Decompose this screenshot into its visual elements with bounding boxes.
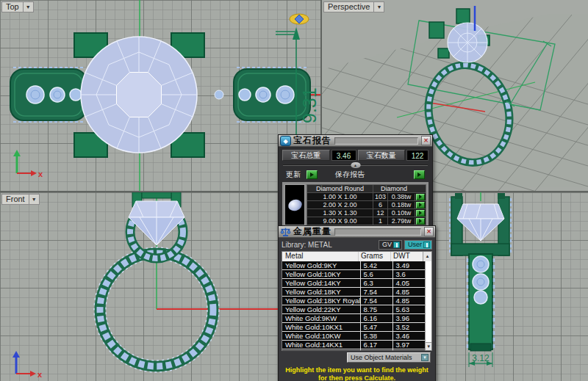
diamond-image: [287, 197, 304, 212]
viewport-menu-arrow-icon[interactable]: ▼: [374, 1, 384, 12]
metal-row[interactable]: Yellow Gold:14KY6.34.05: [282, 279, 425, 288]
titlebar-inset: [334, 137, 418, 145]
metal-table-header: Metal Grams DWT ▲: [282, 252, 431, 261]
play-icon: [419, 219, 422, 223]
metal-row[interactable]: Yellow Gold:10KY5.63.6: [282, 270, 425, 279]
library-row: Library: METAL GV User: [279, 238, 435, 251]
scroll-up-icon[interactable]: ▲: [423, 252, 431, 261]
viewport-title-top[interactable]: Top: [1, 1, 24, 12]
play-icon: [310, 173, 314, 177]
user-button[interactable]: User: [404, 240, 432, 250]
col-header-size: Diamond Round: [307, 185, 373, 192]
viewport-title-perspective[interactable]: Perspective: [323, 1, 374, 12]
gem-row[interactable]: 1.00 X 1.00 103 0.38tw: [307, 192, 426, 200]
gv-button[interactable]: GV: [379, 240, 402, 250]
ring-model-perspective[interactable]: [418, 6, 519, 171]
metal-row[interactable]: White Gold:10KX15.473.52: [282, 323, 425, 332]
metal-row-clipped[interactable]: [282, 349, 425, 350]
gem-row[interactable]: 1.30 X 1.30 12 0.10tw: [307, 208, 426, 217]
gem-report-titlebar[interactable]: ◆ 宝石报告 ✕: [279, 135, 432, 147]
row-action-button[interactable]: [416, 194, 425, 200]
gem-report-title: 宝石报告: [293, 134, 331, 147]
total-weight-value: 3.46: [331, 150, 356, 161]
gem-row[interactable]: 9.00 X 9.00 1 2.79tw: [307, 217, 426, 225]
collapse-handle[interactable]: ▲: [283, 162, 428, 168]
gem-count-value: 122: [406, 150, 429, 161]
update-button[interactable]: [306, 170, 318, 179]
play-icon: [417, 173, 421, 177]
scroll-down-icon[interactable]: ▼: [426, 342, 431, 350]
metal-weight-titlebar[interactable]: 金属重量 ✕: [279, 226, 435, 238]
gem-table-header: Diamond Round Diamond: [307, 185, 426, 192]
scrollbar[interactable]: ▼: [425, 261, 431, 350]
dimension-annotation-perspective[interactable]: [506, 41, 551, 106]
gumball-gem-icon[interactable]: [290, 14, 309, 24]
metal-rows: Yellow Gold:9KY5.423.49 Yellow Gold:10KY…: [282, 261, 425, 350]
col-header-dwt: DWT: [390, 252, 423, 261]
row-action-button[interactable]: [416, 202, 425, 208]
cplane-axis-icon: x: [13, 150, 43, 178]
gem-report-dialog: ◆ 宝石报告 ✕ 宝石总重 3.46 宝石数量 122 ▲ 更新 保存报告 Di…: [278, 134, 433, 228]
indicator-icon: [393, 242, 400, 248]
viewport-menu-arrow-icon[interactable]: ▼: [24, 1, 34, 12]
total-weight-label-button[interactable]: 宝石总重: [282, 150, 330, 161]
metal-row[interactable]: Yellow Gold:9KY5.423.49: [282, 261, 425, 270]
metal-weight-title: 金属重量: [293, 225, 331, 238]
update-label: 更新: [286, 170, 301, 180]
viewport-menu-arrow-icon[interactable]: ▼: [29, 194, 40, 205]
gem-count-label-button[interactable]: 宝石数量: [358, 150, 406, 161]
dropdown-arrow-icon[interactable]: ▼: [421, 354, 429, 361]
viewport-title-front[interactable]: Front: [1, 194, 29, 205]
col-header-grams: Grams: [358, 252, 390, 261]
col-header-metal: Metal: [282, 252, 358, 261]
gem-row[interactable]: 2.00 X 2.00 6 0.18tw: [307, 200, 426, 208]
titlebar-inset: [334, 228, 421, 236]
metal-row[interactable]: Yellow Gold:18KY Royal7.544.85: [282, 297, 425, 305]
play-icon: [419, 211, 422, 215]
metal-row[interactable]: Yellow Gold:22KY8.755.63: [282, 305, 425, 314]
close-icon[interactable]: ✕: [424, 227, 434, 236]
indicator-icon: [423, 242, 430, 248]
top-view-canvas: 9.31 x: [0, 0, 320, 191]
viewport-front[interactable]: x Front ▼: [0, 192, 320, 381]
gem-table-area: Diamond Round Diamond 1.00 X 1.00 103 0.…: [282, 182, 429, 228]
materials-dropdown-row: Use Object Materials ▼: [279, 351, 435, 364]
gem-thumbnail: [284, 184, 305, 225]
play-icon: [419, 195, 422, 199]
collapse-arrow-icon[interactable]: ▲: [351, 162, 360, 168]
gem-report-icon: ◆: [280, 136, 291, 146]
materials-dropdown[interactable]: Use Object Materials ▼: [347, 352, 431, 363]
metal-row[interactable]: Yellow Gold:18KY7.544.85: [282, 288, 425, 297]
row-action-button[interactable]: [416, 218, 425, 225]
metal-row[interactable]: White Gold:14KX16.173.97: [282, 341, 425, 349]
scale-icon: [280, 227, 291, 237]
col-header-diamond: Diamond: [373, 185, 415, 192]
ring-model-top[interactable]: [10, 33, 310, 157]
viewport-top[interactable]: 9.31 x Top ▼: [0, 0, 320, 191]
hint-text: Highlight the item you want to find the …: [279, 364, 435, 381]
metal-weight-dialog: 金属重量 ✕ Library: METAL GV User Metal Gram…: [278, 225, 436, 381]
dimension-annotation-width[interactable]: 3.12: [469, 352, 492, 367]
x-axis-label: x: [38, 170, 43, 178]
close-icon[interactable]: ✕: [421, 136, 431, 145]
row-action-button[interactable]: [416, 210, 425, 217]
gem-actions-row: 更新 保存报告: [286, 169, 426, 181]
cplane-axis-icon: x: [12, 351, 43, 379]
metal-row[interactable]: White Gold:10KW5.383.46: [282, 332, 425, 341]
save-report-label: 保存报告: [335, 170, 365, 180]
dimension-width-value: 3.12: [472, 353, 490, 363]
ring-model-right[interactable]: [450, 193, 511, 351]
front-view-canvas: x: [0, 192, 320, 381]
x-axis-label: x: [37, 370, 43, 379]
y-axis-line: [397, 82, 535, 117]
metal-table: Metal Grams DWT ▲ Yellow Gold:9KY5.423.4…: [282, 251, 432, 351]
dimension-height-value: 9.31: [299, 87, 320, 123]
save-report-button[interactable]: [414, 170, 425, 179]
materials-dropdown-value: Use Object Materials: [351, 354, 412, 361]
library-label: Library: METAL: [282, 241, 376, 249]
scrollbar-track[interactable]: [426, 261, 431, 342]
metal-row[interactable]: White Gold:9KW6.163.96: [282, 314, 425, 323]
gem-table: Diamond Round Diamond 1.00 X 1.00 103 0.…: [306, 184, 426, 225]
gem-summary-row: 宝石总重 3.46 宝石数量 122: [282, 149, 429, 161]
play-icon: [419, 203, 422, 207]
